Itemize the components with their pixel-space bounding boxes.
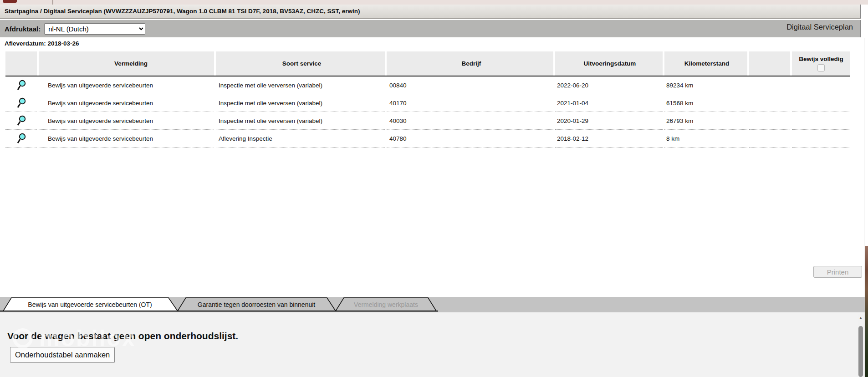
- onderhoud-panel: mobilox Voor de wagen bestaat geen open …: [0, 312, 865, 377]
- magnifier-icon[interactable]: [17, 132, 26, 144]
- magnifier-icon[interactable]: [17, 79, 26, 91]
- service-history-table: Vermelding Soort service Bedrijf Uitvoer…: [5, 51, 850, 148]
- cell-empty: [792, 112, 850, 130]
- header-bewijs-volledig: Bewijs volledig: [792, 51, 850, 76]
- language-toolbar: Afdruktaal: nl-NL (Dutch) Digitaal Servi…: [0, 20, 861, 37]
- language-select[interactable]: nl-NL (Dutch): [44, 23, 145, 35]
- delivery-date: Afleverdatum: 2018-03-26: [5, 40, 79, 47]
- magnifier-icon[interactable]: [17, 115, 26, 127]
- cell-bedrijf: 00840: [387, 76, 553, 94]
- print-button[interactable]: Printen: [813, 266, 862, 278]
- tab-bewijs-servicebeurten[interactable]: Bewijs van uitgevoerde servicebeurten (O…: [11, 300, 168, 309]
- cell-km: 89234 km: [664, 76, 747, 94]
- browser-tab-fragment: [3, 0, 17, 3]
- table-row: Bewijs van uitgevoerde servicebeurtenIns…: [5, 76, 850, 94]
- scrollbar-thumb[interactable]: [858, 326, 863, 377]
- cell-empty: [749, 130, 790, 148]
- header-kilometerstand: Kilometerstand: [664, 51, 747, 76]
- browser-strip-divider: [52, 0, 53, 5]
- cell-empty: [749, 112, 790, 130]
- table-row: Bewijs van uitgevoerde servicebeurtenAfl…: [5, 130, 850, 148]
- cell-datum: 2020-01-29: [555, 112, 663, 130]
- cell-datum: 2022-06-20: [555, 76, 663, 94]
- header-soort-service: Soort service: [216, 51, 385, 76]
- tab-garantie-doorroesten[interactable]: Garantie tegen doorroesten van binnenuit: [186, 300, 327, 309]
- cell-empty: [792, 130, 850, 148]
- page-title: Digitaal Serviceplan: [786, 23, 853, 31]
- magnifier-icon[interactable]: [17, 97, 26, 109]
- cell-empty: [792, 76, 850, 94]
- row-icon-cell: [5, 76, 37, 94]
- panel-scrollbar[interactable]: ▲: [858, 314, 864, 377]
- browser-top-strip: [0, 0, 868, 5]
- row-icon-cell: [5, 94, 37, 112]
- table-body: Bewijs van uitgevoerde servicebeurtenIns…: [5, 76, 850, 148]
- table-row: Bewijs van uitgevoerde servicebeurtenIns…: [5, 94, 850, 112]
- bottom-tab-bar: Bewijs van uitgevoerde servicebeurten (O…: [0, 297, 865, 312]
- cell-vermelding: Bewijs van uitgevoerde servicebeurten: [39, 112, 214, 130]
- cell-datum: 2018-02-12: [555, 130, 663, 148]
- header-bedrijf: Bedrijf: [387, 51, 553, 76]
- language-label: Afdruktaal:: [5, 25, 41, 33]
- bewijs-volledig-checkbox[interactable]: [817, 64, 825, 71]
- cell-soort: Inspectie met olie verversen (variabel): [216, 76, 385, 94]
- row-icon-cell: [5, 130, 37, 148]
- header-vermelding: Vermelding: [39, 51, 214, 76]
- cell-bedrijf: 40170: [387, 94, 553, 112]
- header-spacer-col: [749, 51, 790, 76]
- cell-empty: [749, 94, 790, 112]
- page-right-edge: [864, 38, 864, 377]
- cell-km: 8 km: [664, 130, 747, 148]
- cell-soort: Inspectie met olie verversen (variabel): [216, 94, 385, 112]
- bewijs-volledig-label: Bewijs volledig: [799, 56, 843, 62]
- cell-vermelding: Bewijs van uitgevoerde servicebeurten: [39, 94, 214, 112]
- cell-empty: [749, 76, 790, 94]
- header-icon-col: [5, 51, 37, 76]
- table-header-row: Vermelding Soort service Bedrijf Uitvoer…: [5, 51, 850, 76]
- cell-bedrijf: 40030: [387, 112, 553, 130]
- cell-vermelding: Bewijs van uitgevoerde servicebeurten: [39, 76, 214, 94]
- triangle-up-icon[interactable]: ▲: [858, 314, 864, 321]
- header-uitvoeringsdatum: Uitvoeringsdatum: [555, 51, 663, 76]
- cell-km: 26793 km: [664, 112, 747, 130]
- cell-empty: [792, 94, 850, 112]
- digitaal-serviceplan-page: Startpagina / Digitaal Serviceplan (WVWZ…: [0, 0, 868, 377]
- no-open-list-message: Voor de wagen bestaat geen open onderhou…: [7, 331, 238, 341]
- cell-soort: Inspectie met olie verversen (variabel): [216, 112, 385, 130]
- breadcrumb[interactable]: Startpagina / Digitaal Serviceplan (WVWZ…: [0, 5, 861, 19]
- cell-vermelding: Bewijs van uitgevoerde servicebeurten: [39, 130, 214, 148]
- background-photo-sliver: [865, 246, 868, 377]
- create-maintenance-table-button[interactable]: Onderhoudstabel aanmaken: [10, 347, 115, 363]
- tab-vermelding-werkplaats: Vermelding werkplaats: [344, 300, 428, 309]
- row-icon-cell: [5, 112, 37, 130]
- cell-bedrijf: 40780: [387, 130, 553, 148]
- cell-soort: Aflevering Inspectie: [216, 130, 385, 148]
- cell-km: 61568 km: [664, 94, 747, 112]
- table-row: Bewijs van uitgevoerde servicebeurtenIns…: [5, 112, 850, 130]
- cell-datum: 2021-01-04: [555, 94, 663, 112]
